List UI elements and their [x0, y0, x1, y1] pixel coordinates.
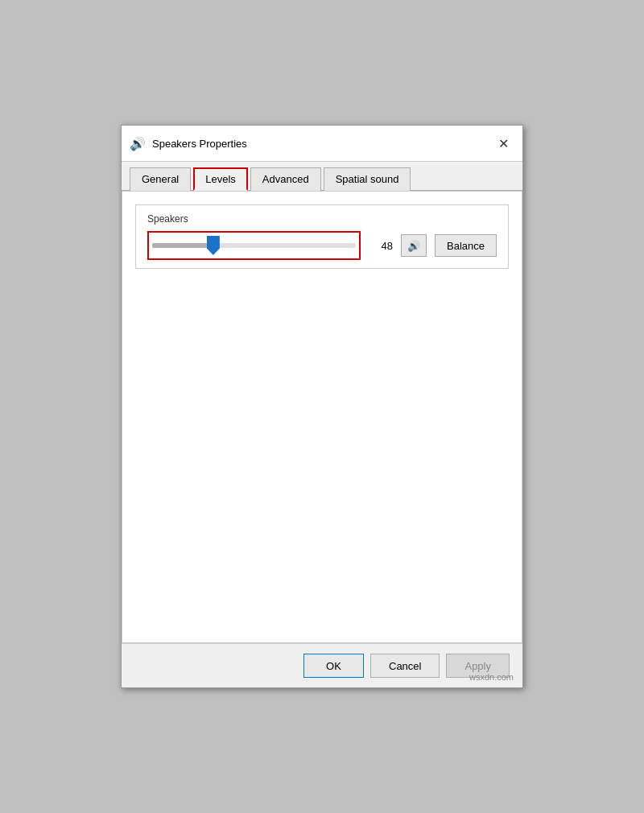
speakers-label: Speakers	[147, 213, 497, 225]
tabs-bar: General Levels Advanced Spatial sound	[122, 162, 522, 191]
speakers-section: Speakers 48 🔊 OK Balance	[135, 204, 509, 269]
mute-button[interactable]: 🔊	[401, 234, 427, 257]
empty-area	[135, 277, 509, 599]
volume-value: 48	[369, 240, 393, 252]
footer: OK Cancel Apply	[122, 643, 522, 687]
speakers-row: 48 🔊 OK Balance	[147, 231, 497, 260]
speakers-properties-window: 🔊 Speakers Properties ✕ General Levels A…	[121, 125, 523, 688]
close-button[interactable]: ✕	[492, 132, 514, 155]
cancel-button[interactable]: Cancel	[370, 654, 440, 678]
volume-slider-container	[147, 231, 361, 260]
balance-button[interactable]: OK Balance	[435, 234, 497, 257]
watermark: wsxdn.com	[469, 672, 514, 682]
content-area: Speakers 48 🔊 OK Balance	[122, 191, 522, 643]
speaker-icon: 🔊	[130, 136, 146, 151]
window-title: Speakers Properties	[152, 138, 492, 150]
title-bar: 🔊 Speakers Properties ✕	[122, 126, 522, 162]
tab-spatial-sound[interactable]: Spatial sound	[324, 167, 411, 191]
ok-button[interactable]: OK	[303, 654, 364, 678]
slider-thumb[interactable]	[207, 236, 220, 255]
tab-advanced[interactable]: Advanced	[250, 167, 321, 191]
tab-general[interactable]: General	[130, 167, 191, 191]
tab-levels[interactable]: Levels	[193, 167, 248, 191]
slider-track	[152, 243, 356, 248]
speaker-volume-icon: 🔊	[407, 240, 420, 252]
